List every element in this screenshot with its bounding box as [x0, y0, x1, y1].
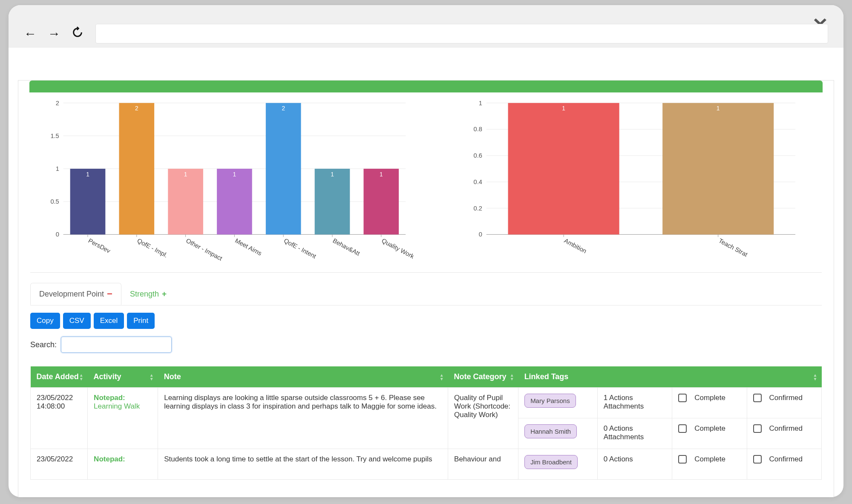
cell-note: Learning displays are looking a little s… [158, 388, 448, 449]
cell-complete: Complete [672, 388, 747, 418]
tab-bar: Development Point − Strength + [30, 283, 822, 305]
export-buttons: Copy CSV Excel Print [30, 313, 822, 329]
notes-table: Date Added ▲▼ Activity ▲▼ Note ▲▼ [30, 366, 822, 480]
header-activity[interactable]: Activity ▲▼ [88, 366, 158, 388]
cell-tag: Hannah Smith [518, 418, 598, 449]
svg-text:1: 1 [233, 171, 236, 178]
svg-rect-11 [70, 169, 106, 234]
svg-text:0.2: 0.2 [474, 205, 482, 212]
status-label: Complete [694, 394, 725, 402]
svg-text:2: 2 [282, 105, 285, 112]
header-label: Note Category [454, 372, 507, 381]
svg-text:QofE - Intent: QofE - Intent [283, 237, 317, 260]
svg-text:0.5: 0.5 [50, 198, 59, 205]
table-row: 23/05/2022Notepad:Students took a long t… [31, 449, 822, 480]
status-label: Complete [694, 455, 725, 464]
page-body: 00.511.521PersDev2QofE - Impl.1Other - I… [18, 80, 834, 497]
svg-rect-23 [217, 169, 252, 234]
tab-label: Development Point [39, 290, 104, 299]
svg-text:Other - Impact: Other - Impact [185, 237, 223, 262]
svg-rect-15 [119, 103, 154, 235]
plus-icon: + [162, 289, 167, 299]
cell-note: Students took a long time to settle at t… [158, 449, 448, 480]
svg-rect-31 [315, 169, 350, 234]
cell-complete: Complete [672, 418, 747, 449]
cell-activity: Notepad:Learning Walk [88, 388, 158, 449]
svg-text:1: 1 [479, 100, 482, 107]
address-bar[interactable] [95, 24, 828, 43]
svg-rect-56 [662, 103, 774, 235]
browser-window: ✕ ← → 00.511.521PersDev2QofE - Impl.1Oth… [9, 5, 843, 497]
svg-text:0.4: 0.4 [474, 179, 482, 185]
checkbox[interactable] [678, 394, 687, 402]
tag-pill[interactable]: Hannah Smith [524, 424, 577, 438]
header-note[interactable]: Note ▲▼ [158, 366, 448, 388]
svg-text:Behav&Att: Behav&Att [332, 237, 361, 257]
header-label: Date Added [37, 372, 79, 381]
back-icon[interactable]: ← [24, 26, 37, 41]
header-label: Activity [94, 372, 121, 381]
svg-text:1: 1 [380, 171, 383, 178]
cell-actions: 1 ActionsAttachments [597, 388, 672, 418]
checkbox[interactable] [753, 394, 762, 402]
svg-text:1.5: 1.5 [50, 132, 59, 139]
svg-text:1: 1 [56, 165, 59, 172]
svg-text:1: 1 [331, 171, 334, 178]
chart-categories: 00.511.521PersDev2QofE - Impl.1Other - I… [30, 97, 414, 264]
search-row: Search: [30, 337, 822, 353]
print-button[interactable]: Print [127, 313, 155, 329]
svg-text:0: 0 [56, 231, 59, 238]
checkbox[interactable] [678, 424, 687, 433]
excel-button[interactable]: Excel [94, 313, 124, 329]
forward-icon[interactable]: → [48, 26, 60, 41]
search-input[interactable] [61, 337, 172, 353]
header-tags[interactable]: Linked Tags ▲▼ [518, 366, 822, 388]
sort-icon: ▲▼ [150, 373, 154, 380]
svg-text:0.8: 0.8 [474, 126, 482, 132]
header-category[interactable]: Note Category ▲▼ [448, 366, 518, 388]
tab-strength[interactable]: Strength + [121, 284, 175, 304]
csv-button[interactable]: CSV [63, 313, 91, 329]
svg-text:Ambition: Ambition [563, 237, 588, 255]
svg-text:PersDev: PersDev [87, 237, 112, 255]
svg-text:1: 1 [184, 171, 187, 178]
tag-pill[interactable]: Mary Parsons [524, 394, 576, 408]
copy-button[interactable]: Copy [30, 313, 60, 329]
cell-date: 23/05/2022 14:08:00 [31, 388, 88, 449]
svg-text:1: 1 [86, 171, 89, 178]
cell-confirmed: Confirmed [747, 388, 821, 418]
cell-date: 23/05/2022 [31, 449, 88, 480]
cell-category: Behaviour and [448, 449, 518, 480]
checkbox[interactable] [753, 455, 762, 464]
checkbox[interactable] [678, 455, 687, 464]
cell-confirmed: Confirmed [747, 418, 821, 449]
svg-text:Meet Aims: Meet Aims [234, 237, 263, 257]
status-label: Confirmed [769, 455, 803, 464]
section-header-strip [29, 81, 823, 92]
svg-rect-27 [266, 103, 301, 235]
status-label: Confirmed [769, 424, 803, 433]
table-header-row: Date Added ▲▼ Activity ▲▼ Note ▲▼ [31, 366, 822, 388]
svg-text:1: 1 [562, 105, 565, 112]
svg-text:2: 2 [135, 105, 138, 112]
cell-actions: 0 Actions [597, 449, 672, 480]
tab-development-point[interactable]: Development Point − [30, 283, 121, 305]
svg-rect-19 [168, 169, 203, 234]
checkbox[interactable] [753, 424, 762, 433]
browser-chrome: ✕ ← → [9, 5, 843, 48]
header-label: Linked Tags [524, 372, 569, 381]
tag-pill[interactable]: Jim Broadbent [524, 455, 578, 469]
cell-complete: Complete [672, 449, 747, 480]
svg-text:2: 2 [56, 100, 59, 107]
svg-text:Teach Strat: Teach Strat [717, 237, 748, 258]
chart-secondary: 00.20.40.60.811Ambition1Teach Strat [435, 97, 822, 264]
cell-tag: Jim Broadbent [518, 449, 598, 480]
sort-icon: ▲▼ [510, 373, 514, 380]
table-row: 23/05/2022 14:08:00Notepad:Learning Walk… [31, 388, 822, 418]
svg-text:1: 1 [717, 105, 720, 112]
svg-text:Quality Work: Quality Work [380, 237, 414, 260]
header-date[interactable]: Date Added ▲▼ [31, 366, 88, 388]
reload-icon[interactable] [72, 26, 83, 41]
status-label: Confirmed [769, 394, 803, 402]
svg-rect-52 [508, 103, 619, 235]
